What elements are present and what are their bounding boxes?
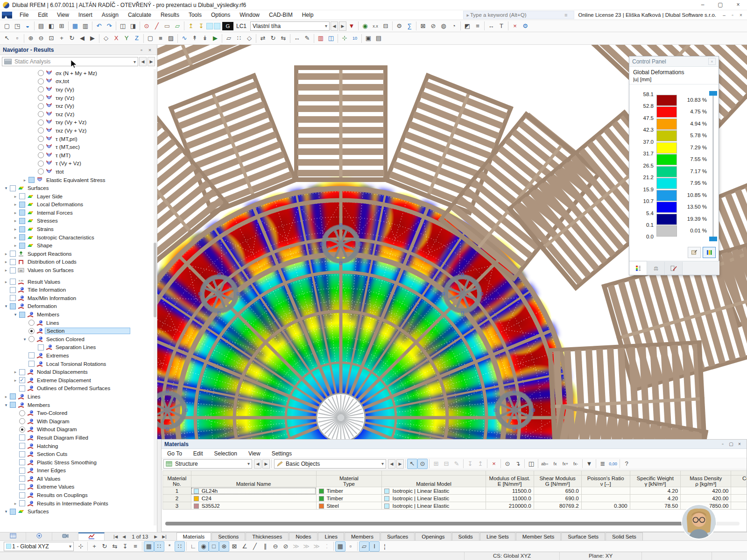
tree-checkbox[interactable] [10,267,16,273]
abbreviations-icon[interactable]: ab= [540,459,550,469]
ortho-mode-icon[interactable]: ∟ [188,541,198,552]
tree-checkbox[interactable] [19,234,25,240]
undo-icon[interactable]: ↶ [94,21,104,31]
delete-row-icon[interactable]: ⊟ [441,459,451,469]
column-header[interactable]: Shear ModulusG [N/mm²] [534,476,581,487]
snap-points-icon[interactable]: ∷ [154,541,164,552]
expand-closed-icon[interactable]: ▸ [12,378,19,383]
filter-loads-icon[interactable]: ▼ [346,21,357,31]
new-load-case-icon[interactable]: ↥ [186,21,196,31]
tree-item--xy-vz-[interactable]: τxy (Vz) [0,94,154,102]
expand-closed-icon[interactable]: ▸ [12,501,19,506]
table-group-next-button[interactable]: ▶ [262,459,270,469]
next-view-icon[interactable]: ▶ [87,33,98,43]
tree-checkbox[interactable] [19,451,25,457]
navigator-close-button[interactable]: × [146,47,154,53]
tree-item--xy-vy-[interactable]: τxy (Vy) [0,85,154,94]
tree-item-plastic-stress-smoothing[interactable]: Plastic Stress Smoothing [0,458,154,467]
rotate-copy-icon[interactable]: ↻ [268,33,278,43]
tree-checkbox[interactable] [19,443,25,449]
expand-closed-icon[interactable]: ▸ [3,268,9,273]
tree-radio[interactable] [38,144,44,150]
tree-item-local-deformations[interactable]: ▸Local Deformations [0,201,154,209]
tree-item--xz-vy-vz-[interactable]: τxz (Vy + Vz) [0,126,154,135]
materials-menu-selection[interactable]: Selection [209,450,243,457]
tree-checkbox[interactable] [10,259,16,265]
plane-lock-icon[interactable]: I [369,541,380,552]
mirror-tool-icon[interactable]: ⇆ [110,541,120,552]
shear-modulus-cell[interactable]: 690.0 [534,495,581,502]
expand-open-icon[interactable]: ▾ [3,509,9,514]
tree-radio[interactable] [19,410,25,416]
menu-assign[interactable]: Assign [97,10,123,20]
control-panel-close-button[interactable]: × [708,58,716,65]
expand-closed-icon[interactable]: ▸ [12,210,19,215]
column-header[interactable]: Modulus of Elast.E [N/mm²] [486,476,534,487]
tree-item-title-information[interactable]: Title Information [0,286,154,294]
tree-radio[interactable] [38,95,44,101]
mass-density-cell[interactable]: 420.00 [681,487,731,495]
pan-view-icon[interactable]: + [56,33,67,43]
section-view-icon[interactable]: ⊘ [428,21,438,31]
snap-extension-3-icon[interactable]: ≫ [311,541,322,552]
modulus-cell[interactable]: 210000.0 [486,502,534,510]
insert-member-icon[interactable]: ▭ [162,21,172,31]
view-x-icon[interactable]: X [111,33,121,43]
tree-checkbox[interactable] [10,185,16,191]
menu-insert[interactable]: Insert [74,10,97,20]
tree-radio[interactable] [38,127,44,133]
rotate-tool-icon[interactable]: ↻ [99,541,110,552]
materials-menu-settings[interactable]: Settings [266,450,297,457]
materials-h-scrollbar[interactable] [165,522,740,525]
tree-item-local-torsional-rotations[interactable]: Local Torsional Rotations [0,360,154,368]
view-manager-icon[interactable]: ▤ [374,33,384,43]
animate-results-icon[interactable]: ▶ [210,33,220,43]
tree-radio[interactable] [19,427,25,433]
report-icon[interactable]: ▥ [80,21,91,31]
expand-closed-icon[interactable]: ▸ [3,394,9,399]
tree-item-surfaces[interactable]: ▾Surfaces [0,184,154,192]
table-tab-member-sets[interactable]: Member Sets [516,532,561,540]
tree-checkbox[interactable] [19,476,25,482]
expand-open-icon[interactable]: ▾ [3,403,9,407]
mass-density-cell[interactable]: 420.00 [681,495,731,502]
zoom-in-icon[interactable]: ⊕ [26,33,36,43]
table-row[interactable]: 3S355J2SteelIsotropic | Linear Elastic21… [163,502,747,510]
tree-checkbox[interactable] [19,377,25,383]
tree-radio[interactable] [38,86,44,92]
tree-checkbox[interactable] [38,344,44,350]
tree-checkbox[interactable] [28,177,35,183]
tree-checkbox[interactable] [19,193,25,199]
tree-item-values-on-surfaces[interactable]: ▸xxValues on Surfaces [0,266,154,274]
snap-star-icon[interactable]: * [164,541,175,552]
table-first-button[interactable]: |◀ [111,534,120,539]
table-tab-lines[interactable]: Lines [318,532,344,540]
save-model-icon[interactable]: ◒ [22,21,33,31]
tree-item-lines[interactable]: ▸Lines [0,392,154,401]
specific-weight-cell[interactable]: 78.50 [630,502,680,510]
expand-open-icon[interactable]: ▾ [21,337,28,342]
table-prev-button[interactable]: ◀ [120,534,128,539]
tree-checkbox[interactable] [19,210,25,216]
snap-intersection-icon[interactable]: ⊠ [229,541,240,552]
search-input[interactable] [470,12,564,18]
tree-item-isotropic-characteristics[interactable]: ▸Isotropic Characteristics [0,233,154,242]
visibility-icon[interactable]: ◍ [438,21,449,31]
table-help-icon[interactable]: ? [621,459,632,469]
tree-item-lines[interactable]: Lines [0,319,154,327]
materials-close-button[interactable]: × [735,441,744,447]
tree-item-nodal-displacements[interactable]: ▸Nodal Displacements [0,368,154,376]
align-tool-icon[interactable]: ≡ [130,541,141,552]
tree-radio[interactable] [38,152,44,158]
table-row[interactable]: 1GL24hTimberIsotropic | Linear Elastic11… [163,487,747,495]
delete-results-icon[interactable]: × [510,21,520,31]
display-properties-icon[interactable]: ≡ [472,21,483,31]
materials-menu-goto[interactable]: Go To [162,450,188,457]
legend-slider-handle-bottom[interactable] [709,237,717,241]
tree-item-hatching[interactable]: Hatching [0,442,154,450]
tree-item-extreme-displacement[interactable]: ▸Extreme Displacement [0,376,154,385]
jump-to-row-icon[interactable]: ↴ [513,459,523,469]
table-settings-icon[interactable]: ≣ [598,459,608,469]
table-tab-nodes[interactable]: Nodes [289,532,317,540]
tree-checkbox[interactable] [19,459,25,465]
